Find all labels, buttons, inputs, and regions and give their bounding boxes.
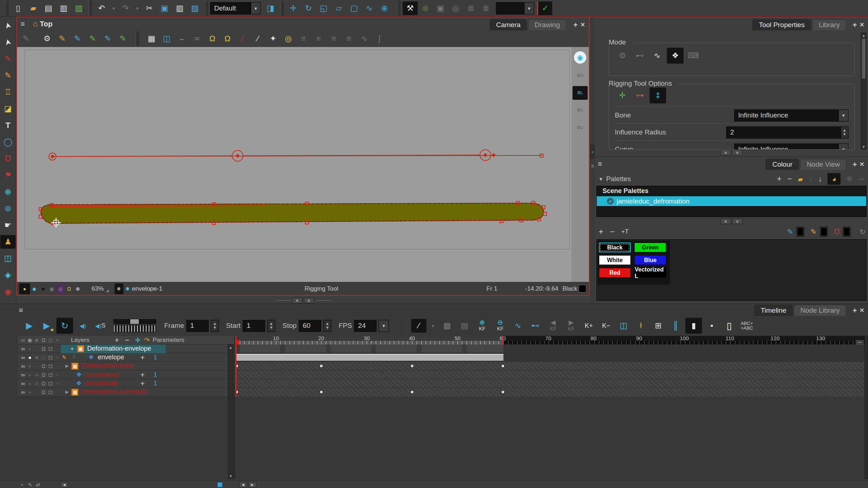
thumbnail-toggle[interactable]: □	[47, 346, 54, 352]
tab-drawing[interactable]: Drawing	[528, 19, 566, 30]
zoom-menu-arrow[interactable]: ◢	[106, 288, 109, 292]
add-colour-button[interactable]: +	[599, 227, 603, 237]
lock-column-icon[interactable]: Ω	[40, 337, 47, 343]
track-envelope[interactable]	[235, 353, 864, 362]
add-parameter-button[interactable]: +	[140, 353, 145, 362]
thumbnail-toggle[interactable]: □	[47, 389, 54, 395]
envelope-mode-button[interactable]: ❖	[667, 48, 684, 64]
scale-tool-button[interactable]: ◱	[316, 1, 331, 15]
edit-pencil-icon[interactable]: ✎	[61, 354, 68, 361]
turntable-tool[interactable]: ◉	[0, 285, 16, 299]
stop-input[interactable]: 60	[299, 320, 321, 332]
cut-cells-button[interactable]: ▩	[439, 319, 455, 333]
solo-toggle[interactable]: ●	[26, 380, 33, 386]
flip-button[interactable]: ✓	[537, 1, 552, 15]
pencil-button[interactable]: ✎	[55, 32, 70, 46]
deform-curl-button[interactable]: ∫	[372, 32, 387, 46]
fps-select[interactable]: 24	[354, 320, 376, 332]
exposure-bar[interactable]	[236, 354, 503, 361]
eraser-tool[interactable]: ◪	[0, 102, 16, 116]
loop-button[interactable]: ↻	[56, 318, 73, 334]
layer-row-envelope[interactable]: ∞ ● ≡ Ω □ ▫ ✎ └ ❖ envelope + 1	[18, 353, 234, 362]
eyes-column-icon[interactable]: ∞	[20, 337, 26, 343]
move-palette-up-button[interactable]: ↑	[809, 175, 812, 183]
close-view-button[interactable]: ✕	[860, 161, 864, 168]
rotate-view-tool[interactable]: ⊛	[0, 202, 16, 215]
close-view-button[interactable]: ✕	[860, 307, 864, 314]
z-depth-button[interactable]: Ɨ	[633, 319, 648, 333]
motion-keyframe-button[interactable]: ∿	[510, 319, 526, 333]
frame-scroll-anchor[interactable]	[217, 482, 222, 487]
stack-toggle[interactable]: ≡	[33, 354, 40, 360]
deform-stack4-button[interactable]: ≡	[341, 32, 357, 46]
safe-area-icon[interactable]: ⊕	[73, 283, 82, 294]
palette-view-button[interactable]: ◕	[827, 173, 841, 185]
swatch-green[interactable]: Green	[634, 243, 666, 252]
light-table-button[interactable]: ✦	[265, 32, 281, 46]
track-deformation-envelope[interactable]	[235, 344, 864, 353]
scroll-left-button[interactable]: ◀	[60, 482, 68, 488]
bone-influence-arrow[interactable]: ▾	[838, 110, 848, 121]
small-thumbnails-button[interactable]: ▪	[704, 319, 719, 333]
eyes-toggle[interactable]: ∞	[20, 346, 26, 352]
ease-line-button[interactable]: ∕	[411, 319, 426, 333]
expand-exposure-button[interactable]: K+	[581, 319, 596, 333]
expand-arrow[interactable]: ▶	[65, 390, 68, 394]
tab-tool-properties[interactable]: Tool Properties	[752, 19, 811, 30]
rotate-tool-button[interactable]: ↻	[301, 1, 316, 15]
tool-settings-button[interactable]: ⚙	[39, 32, 55, 46]
add-deformer-under-button[interactable]: ≣	[478, 1, 494, 15]
swatch-white[interactable]: White	[599, 255, 631, 265]
stroke-white-button[interactable]: ∕	[250, 32, 265, 46]
ellipse-tool[interactable]: ◯	[0, 135, 16, 149]
add-texture-button[interactable]: +T	[621, 228, 629, 235]
add-deformer-above-button[interactable]: ≣	[463, 1, 478, 15]
thumb-size-icon[interactable]: ▫	[21, 481, 23, 488]
cut-button[interactable]: ✂	[142, 1, 157, 15]
swap-icon[interactable]: ⇄	[36, 482, 40, 488]
brush-colour-swatch[interactable]	[797, 227, 804, 236]
fps-dropdown-arrow[interactable]: ▾	[379, 320, 389, 332]
current-colour-swatch[interactable]	[579, 285, 586, 292]
open-scene-button[interactable]: ▰	[26, 1, 41, 15]
thumbnail-toggle[interactable]: □	[47, 372, 54, 378]
remove-palette-button[interactable]: −	[787, 174, 792, 184]
matte-view-icon[interactable]: ▣	[47, 283, 56, 294]
workspace-dropdown-arrow[interactable]: ▾	[251, 2, 261, 14]
paste-special-button[interactable]: ▨	[187, 1, 203, 15]
edit-stack-icon[interactable]: ✎	[28, 482, 32, 488]
deform-stack1-button[interactable]: ≡	[296, 32, 311, 46]
pencil-colour-swatch[interactable]	[820, 227, 827, 236]
save-button[interactable]: ▤	[41, 1, 56, 15]
add-layer-button[interactable]: +	[115, 336, 119, 344]
add-view-button[interactable]: +	[852, 160, 857, 169]
swatch-vectorized[interactable]: Vectorized L	[634, 268, 666, 278]
eyes-toggle[interactable]: ∞	[20, 354, 26, 360]
eyes-toggle[interactable]: ∞	[20, 389, 26, 395]
lock-view-icon[interactable]: Ω	[65, 283, 73, 294]
swatch-red[interactable]: Red	[599, 268, 631, 278]
brush-green-button[interactable]: ✎	[115, 32, 131, 46]
game-bone-mode-button[interactable]: ⌨	[686, 49, 701, 63]
add-peg-button[interactable]: ↷	[144, 336, 150, 344]
playhead-head[interactable]	[235, 340, 239, 344]
text-tool[interactable]: T	[0, 119, 16, 132]
underlay-art-button[interactable]: ≡U	[573, 121, 588, 134]
lock-toggle[interactable]: Ω	[40, 380, 47, 386]
grid-toggle[interactable]: ▫	[54, 372, 61, 378]
render-mode-icon[interactable]: ■	[39, 283, 47, 294]
delete-layer-button[interactable]: −	[125, 336, 129, 344]
view-menu-icon[interactable]: ≡	[21, 20, 25, 28]
prev-keyframe-button[interactable]: ◀KF	[545, 318, 561, 333]
layers-column-icon[interactable]: ≡	[33, 337, 40, 343]
play-button[interactable]: ▶	[22, 319, 37, 333]
split-view-button[interactable]: ⊞	[651, 319, 666, 333]
deform-stack3-button[interactable]: ≡	[326, 32, 341, 46]
start-input[interactable]: 1	[243, 320, 265, 332]
new-scene-button[interactable]: ▯	[10, 1, 26, 15]
show-workspace-button[interactable]: ◨	[263, 1, 278, 15]
copy-button[interactable]: ▣	[157, 1, 172, 15]
reduce-exposure-button[interactable]: K−	[599, 319, 614, 333]
solo-column-icon[interactable]: ◉	[26, 337, 33, 343]
frame-scroll-left[interactable]: ◀	[239, 482, 247, 488]
